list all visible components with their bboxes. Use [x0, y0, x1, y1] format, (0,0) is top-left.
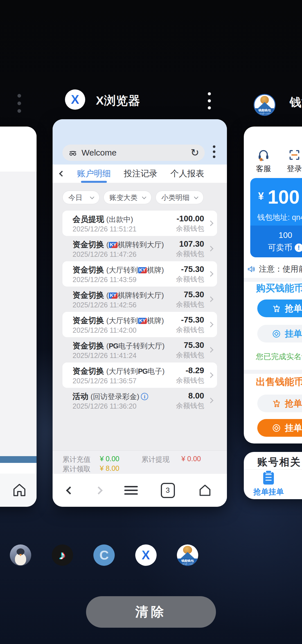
nav-forward-icon[interactable] — [94, 486, 102, 494]
wallet-app-icon[interactable]: 钱能钱包 qnqb.com — [254, 94, 276, 116]
diamond-circle-icon — [272, 424, 281, 433]
left-card-blue-bar — [0, 456, 37, 463]
section-divider — [244, 370, 302, 374]
notice-ticker: 注意：使用前请仔 — [247, 264, 302, 274]
pg-brand-icon: PG — [109, 342, 118, 350]
browser-nav-bar: 3 — [53, 474, 227, 507]
transaction-row[interactable]: 活动(回访登录彩金)i 2025/12/26 11:36:20 8.00 余额钱… — [62, 388, 217, 413]
divider — [244, 469, 302, 470]
x-browser-app-icon[interactable]: X — [65, 89, 85, 110]
incognito-icon — [68, 148, 78, 157]
browser-app-card[interactable]: Welcome ↻ 账户明细 投注记录 个人报表 今日 账变大类 小类明细 会员… — [53, 119, 227, 507]
filter-subcategory[interactable]: 小类明细 — [155, 191, 204, 204]
filter-date[interactable]: 今日 — [62, 191, 100, 204]
grab-order-buy-button[interactable]: 抢单买 — [257, 300, 302, 317]
left-card-footer — [0, 474, 37, 507]
wallet-account-card[interactable]: 账号相关 抢单挂单 — [244, 452, 302, 499]
login-scan-button[interactable]: 登录 — [286, 148, 302, 174]
notice-text: 注意：使用前请仔 — [259, 264, 302, 274]
total-claim-value: ¥ 8.00 — [100, 464, 120, 472]
wallet-quick-actions: 客服 登录 — [244, 148, 302, 174]
app-switcher-screen: { "header": { "browser_app_title": "X浏览器… — [0, 0, 302, 644]
total-claim-label: 累计领取 — [62, 464, 91, 474]
transaction-row[interactable]: 资金切换(大厅转到KY棋牌) 2025/12/26 11:43:59 -75.3… — [62, 261, 217, 287]
verified-status-text: 您已完成实名认证 — [256, 352, 302, 362]
sellable-coin-value: 100 — [250, 231, 302, 240]
headset-icon — [257, 148, 270, 161]
nav-menu-icon[interactable] — [124, 484, 138, 497]
clear-all-button[interactable]: 清除 — [86, 596, 216, 628]
wallet-logo-text: 钱能钱包 — [258, 109, 271, 112]
transaction-row[interactable]: 资金切换(KY棋牌转到大厅) 2025/12/26 11:42:56 75.30… — [62, 287, 217, 312]
wallet-app-card[interactable]: 客服 登录 ¥100 钱包地址: qn46cb 100 可卖币 ! — [244, 127, 302, 443]
tab-personal-report[interactable]: 个人报表 — [170, 165, 204, 183]
tab-partial[interactable] — [299, 472, 302, 485]
filter-row: 今日 账变大类 小类明细 — [62, 191, 227, 204]
grab-order-sell-button[interactable]: 抢单卖 — [257, 395, 302, 412]
ky-brand-icon: KY — [138, 318, 147, 324]
scan-login-icon — [288, 148, 301, 161]
tiktok-app-icon[interactable]: ♪ — [52, 544, 73, 566]
home-icon[interactable] — [11, 482, 28, 498]
transaction-row[interactable]: 会员提现(出款中) 2025/12/26 11:51:21 -100.00 余额… — [62, 211, 217, 236]
info-icon[interactable]: i — [141, 393, 148, 400]
left-card-page-body — [0, 172, 37, 456]
browser-card-menu-icon[interactable] — [208, 92, 211, 113]
c-browser-app-icon[interactable]: C — [93, 544, 115, 566]
transaction-list: 会员提现(出款中) 2025/12/26 11:51:21 -100.00 余额… — [53, 211, 227, 413]
left-app-card[interactable]: 文/A — [0, 127, 37, 507]
clipboard-icon — [263, 472, 274, 485]
wallet-balance: ¥100 — [258, 186, 300, 208]
back-icon[interactable] — [59, 171, 65, 177]
wallet-card-app-title: 钱能钱包 — [290, 94, 302, 110]
browser-menu-icon[interactable] — [213, 145, 215, 161]
sell-section-title: 出售钱能币 — [256, 375, 302, 388]
transaction-row[interactable]: 资金切换(PG电子转到大厅) 2025/12/26 11:41:24 75.30… — [62, 337, 217, 362]
ky-brand-icon: KY — [138, 267, 147, 273]
diamond-circle-icon — [272, 329, 281, 338]
ky-brand-icon: KY — [109, 292, 118, 299]
chevron-down-icon — [142, 195, 147, 199]
tab-account-detail[interactable]: 账户明细 — [77, 165, 111, 183]
nav-tab-counter[interactable]: 3 — [161, 483, 175, 498]
refresh-icon[interactable]: ↻ — [191, 148, 199, 158]
transaction-row[interactable]: 资金切换(KY棋牌转到大厅) 2025/12/26 11:47:26 107.3… — [62, 236, 217, 261]
account-section-title: 账号相关 — [257, 455, 301, 469]
ky-brand-icon: KY — [109, 242, 118, 248]
transaction-row[interactable]: 资金切换(大厅转到PG电子) 2025/12/26 11:36:57 -8.29… — [62, 362, 217, 388]
alert-icon[interactable]: ! — [295, 244, 302, 252]
nav-back-icon[interactable] — [66, 486, 74, 494]
transaction-row[interactable]: 资金切换(大厅转到KY棋牌) 2025/12/26 11:42:00 -75.3… — [62, 312, 217, 337]
customer-service-button[interactable]: 客服 — [255, 148, 272, 174]
tab-bet-records[interactable]: 投注记录 — [124, 165, 157, 183]
tab-grab-post-orders[interactable]: 抢单挂单 — [253, 472, 284, 497]
total-recharge-value: ¥ 0.00 — [100, 455, 120, 463]
summary-bar: 累计充值 ¥ 0.00 累计提现 ¥ 0.00 累计领取 ¥ 8.00 — [53, 451, 227, 474]
chevron-down-icon — [194, 195, 199, 199]
url-bar[interactable]: Welcome ↻ — [62, 145, 205, 161]
speaker-icon — [247, 264, 256, 274]
browser-card-app-title: X浏览器 — [96, 93, 140, 109]
filter-category[interactable]: 账变大类 — [103, 191, 152, 204]
buy-section-title: 购买钱能币 — [256, 282, 302, 295]
post-order-sell-button[interactable]: 挂单卖 — [257, 419, 302, 437]
nav-home-icon[interactable] — [198, 483, 212, 498]
total-recharge-label: 累计充值 — [62, 455, 91, 464]
left-card-white-strip — [0, 463, 37, 474]
chevron-down-icon — [90, 195, 94, 199]
wallet-logo-domain: qnqb.com — [259, 112, 270, 115]
post-order-buy-button[interactable]: 挂单买 — [257, 325, 302, 343]
balance-panel[interactable]: ¥100 钱包地址: qn46cb 100 可卖币 ! — [250, 178, 302, 257]
x-browser-dock-icon[interactable]: X — [135, 544, 157, 566]
dock: ♪ C X 钱能钱包 qnqb.com — [0, 544, 208, 566]
left-card-menu-icon[interactable] — [17, 94, 21, 117]
cart-icon — [272, 399, 281, 408]
game-pengu-app-icon[interactable] — [10, 544, 31, 566]
wallet-logo-triangle — [257, 102, 272, 109]
url-text: Welcome — [82, 148, 191, 157]
cart-icon — [272, 304, 281, 313]
page-tab-bar: 账户明细 投注记录 个人报表 — [53, 165, 227, 183]
qianneng-wallet-dock-icon[interactable]: 钱能钱包 qnqb.com — [177, 544, 198, 566]
sellable-coin-label: 可卖币 — [268, 242, 292, 253]
left-card-toolbar — [0, 127, 37, 172]
